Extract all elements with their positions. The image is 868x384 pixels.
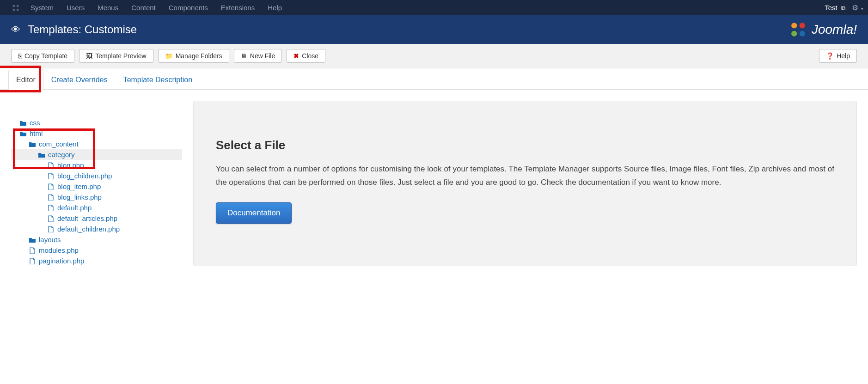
new-file-button[interactable]: 🗎 New File [234, 49, 282, 63]
brand-text: Joomla! [812, 22, 857, 37]
close-label: Close [302, 52, 318, 60]
help-button[interactable]: ❓ Help [819, 49, 857, 63]
manage-folders-label: Manage Folders [176, 52, 222, 60]
page-title: Templates: Customise [28, 23, 137, 36]
documentation-button[interactable]: Documentation [216, 202, 292, 224]
manage-folders-button[interactable]: 📁 Manage Folders [158, 49, 229, 63]
tree-label: modules.php [39, 246, 79, 254]
close-icon: ✖ [293, 52, 299, 60]
close-button[interactable]: ✖ Close [287, 49, 325, 63]
tree-label: category [48, 151, 75, 158]
gear-icon: ⚙ [852, 4, 858, 12]
eye-icon: 👁 [11, 24, 20, 35]
tree-file-default-children[interactable]: default_children.php [11, 224, 182, 234]
tree-folder-com-content[interactable]: com_content [11, 139, 182, 149]
tree-label: blog_item.php [57, 183, 101, 190]
external-link-icon: ⧉ [841, 5, 845, 12]
menu-components[interactable]: Components [162, 0, 214, 15]
file-tree-sidebar: css html com_content category blog.php b… [11, 101, 182, 266]
svg-point-3 [17, 8, 19, 11]
svg-point-7 [800, 31, 805, 37]
tab-template-description[interactable]: Template Description [116, 70, 200, 90]
template-preview-label: Template Preview [95, 52, 147, 60]
tree-label: blog_links.php [57, 193, 102, 201]
settings-dropdown[interactable]: ⚙ ▾ [852, 3, 863, 12]
tree-label: layouts [39, 236, 61, 244]
svg-point-1 [17, 5, 19, 7]
template-preview-button[interactable]: 🖼 Template Preview [79, 49, 153, 63]
image-icon: 🖼 [86, 52, 92, 60]
copy-template-button[interactable]: ⎘ Copy Template [11, 49, 74, 63]
tabs-container: Editor Create Overrides Template Descrip… [0, 69, 868, 90]
tree-label: pagination.php [39, 257, 84, 265]
folder-icon: 📁 [165, 52, 173, 60]
copy-icon: ⎘ [18, 52, 22, 60]
tree-label: com_content [39, 140, 79, 148]
help-label: Help [837, 52, 850, 60]
joomla-icon [11, 3, 20, 12]
panel-body-text: You can select from a number of options … [216, 163, 834, 189]
tree-file-blog[interactable]: blog.php [11, 160, 182, 171]
menu-system[interactable]: System [24, 0, 60, 15]
svg-point-2 [12, 8, 15, 11]
joomla-logo-icon [789, 20, 808, 39]
tree-folder-layouts[interactable]: layouts [11, 234, 182, 245]
tree-file-blog-links[interactable]: blog_links.php [11, 192, 182, 202]
svg-point-0 [12, 5, 15, 7]
brand-logo: Joomla! [789, 20, 857, 39]
action-toolbar: ⎘ Copy Template 🖼 Template Preview 📁 Man… [0, 44, 868, 68]
site-name-label: Test [825, 4, 837, 12]
tree-label: css [30, 119, 40, 127]
menu-users[interactable]: Users [60, 0, 91, 15]
menu-extensions[interactable]: Extensions [214, 0, 261, 15]
tree-folder-html[interactable]: html [11, 128, 182, 139]
top-menu-bar: System Users Menus Content Components Ex… [0, 0, 868, 15]
tree-file-pagination[interactable]: pagination.php [11, 256, 182, 266]
content-area: css html com_content category blog.php b… [0, 90, 868, 266]
tree-label: default.php [57, 204, 92, 212]
tree-file-blog-item[interactable]: blog_item.php [11, 181, 182, 192]
editor-panel: Select a File You can select from a numb… [193, 101, 857, 266]
tree-label: default_children.php [57, 225, 120, 233]
tree-label: blog.php [57, 161, 84, 169]
tree-file-blog-children[interactable]: blog_children.php [11, 171, 182, 181]
tree-folder-css[interactable]: css [11, 117, 182, 128]
tree-file-default[interactable]: default.php [11, 202, 182, 213]
svg-point-5 [800, 23, 805, 28]
tab-create-overrides[interactable]: Create Overrides [43, 70, 116, 90]
new-file-label: New File [250, 52, 275, 60]
menu-content[interactable]: Content [125, 0, 162, 15]
copy-template-label: Copy Template [24, 52, 67, 60]
top-menu: System Users Menus Content Components Ex… [24, 0, 288, 15]
site-preview-link[interactable]: Test ⧉ [825, 4, 845, 12]
chevron-down-icon: ▾ [861, 6, 863, 11]
tree-folder-category[interactable]: category [11, 149, 182, 160]
tree-label: blog_children.php [57, 172, 112, 180]
title-bar: 👁 Templates: Customise Joomla! [0, 15, 868, 44]
menu-menus[interactable]: Menus [91, 0, 125, 15]
tree-file-modules[interactable]: modules.php [11, 245, 182, 256]
panel-heading: Select a File [216, 138, 834, 152]
tree-label: default_articles.php [57, 214, 117, 222]
tab-editor[interactable]: Editor [8, 70, 43, 90]
tree-file-default-articles[interactable]: default_articles.php [11, 213, 182, 224]
menu-help[interactable]: Help [261, 0, 288, 15]
svg-point-6 [791, 31, 797, 37]
tree-label: html [30, 129, 43, 137]
file-icon: 🗎 [241, 52, 247, 60]
svg-point-4 [791, 23, 797, 28]
help-icon: ❓ [826, 52, 834, 60]
